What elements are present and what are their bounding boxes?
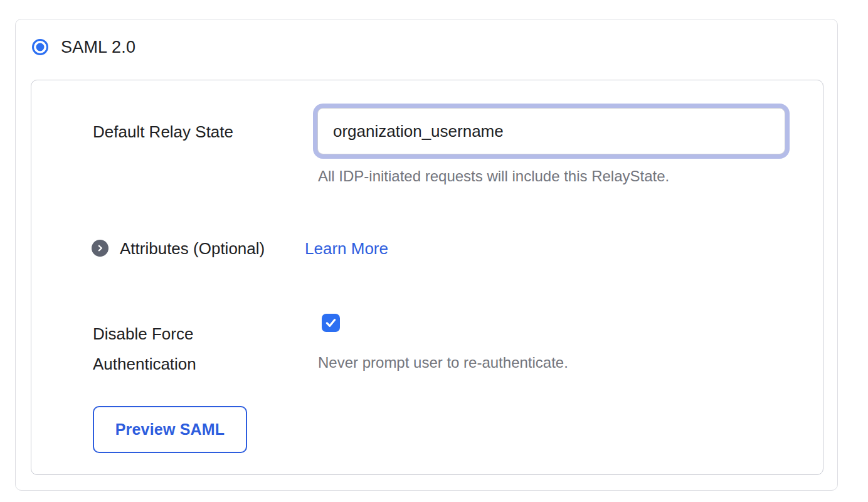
relay-state-input-focus-ring: [313, 104, 790, 159]
force-auth-checkbox[interactable]: [322, 314, 340, 332]
saml-settings-panel: Default Relay State All IDP-initiated re…: [31, 80, 823, 475]
saml-radio[interactable]: [32, 39, 48, 55]
checkmark-icon: [324, 316, 337, 329]
force-auth-label: Disable Force Authentication: [93, 319, 281, 379]
preview-saml-button[interactable]: Preview SAML: [93, 406, 247, 453]
attributes-section-label: Attributes (Optional): [120, 240, 265, 257]
radio-selected-icon: [36, 43, 45, 51]
relay-state-help-text: All IDP-initiated requests will include …: [318, 168, 669, 185]
relay-state-input[interactable]: [317, 108, 785, 154]
saml-radio-label: SAML 2.0: [61, 38, 135, 56]
learn-more-link[interactable]: Learn More: [305, 240, 388, 257]
force-auth-help-text: Never prompt user to re-authenticate.: [318, 354, 568, 371]
saml-option-card: SAML 2.0 Default Relay State All IDP-ini…: [15, 19, 838, 491]
chevron-right-circle-icon[interactable]: [92, 240, 109, 257]
relay-state-label: Default Relay State: [93, 123, 233, 141]
